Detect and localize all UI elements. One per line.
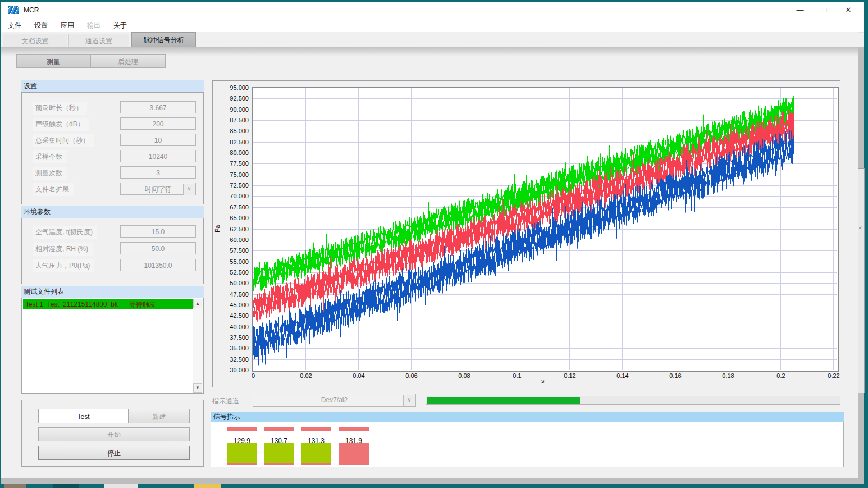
field-label-空气温度, t(摄氏度): 空气温度, t(摄氏度) — [33, 226, 97, 239]
window-title: MCR — [24, 6, 39, 14]
environment-group-body: 空气温度, t(摄氏度)15.0相对湿度, RH (%)50.0大气压力，P0(… — [21, 218, 204, 284]
field-input-预录时长（秒）: 3.667 — [120, 101, 196, 113]
environment-group: 环境参数 空气温度, t(摄氏度)15.0相对湿度, RH (%)50.0大气压… — [21, 206, 204, 284]
indicator-channel-label: 指示通道 — [212, 396, 239, 406]
y-tick-label: 72.500 — [215, 182, 249, 189]
menu-item-输出: 输出 — [81, 19, 107, 32]
tab-脉冲信号分析[interactable]: 脉冲信号分析 — [131, 32, 196, 47]
field-input-总采集时间（秒）: 10 — [120, 134, 196, 146]
y-tick-label: 32.500 — [215, 356, 249, 363]
y-tick-label: 95.000 — [215, 84, 249, 91]
chevron-left-icon: < — [859, 225, 862, 231]
new-button: 新建 — [129, 409, 190, 423]
signal-channel-3: 131.3 — [301, 422, 331, 468]
maximize-button: □ — [812, 2, 837, 19]
acquisition-progress-bar — [426, 396, 840, 405]
desktop-icon-fragment — [104, 484, 138, 488]
signal-channel-2: 130.7 — [264, 422, 294, 468]
settings-group: 设置 预录时长（秒）3.667声级触发（dB）200总采集时间（秒）10采样个数… — [21, 80, 204, 204]
x-tick-label: 0.02 — [292, 372, 320, 379]
plot-area — [252, 87, 839, 372]
measure-mode-button[interactable]: 测量 — [16, 54, 90, 68]
channel-level-value: 130.7 — [259, 437, 299, 445]
menu-item-文件[interactable]: 文件 — [2, 19, 28, 32]
y-tick-label: 65.000 — [215, 215, 249, 221]
desktop-icon-fragment — [194, 484, 221, 488]
list-scrollbar[interactable]: ▲ ▼ — [193, 299, 203, 393]
side-panel-handle[interactable]: < — [858, 168, 865, 393]
desktop-icon-fragment — [53, 484, 79, 488]
field-label-测量次数: 测量次数 — [33, 167, 67, 180]
y-tick-label: 57.500 — [215, 247, 249, 254]
x-axis-label: s — [541, 377, 545, 384]
y-tick-label: 35.000 — [215, 345, 249, 352]
y-tick-label: 37.500 — [215, 334, 249, 341]
tab-文档设置: 文档设置 — [3, 34, 67, 47]
channel-level-value: 129.9 — [222, 437, 262, 445]
x-tick-label: 0.22 — [820, 372, 848, 379]
signal-panel-title: 信号指示 — [211, 412, 844, 422]
y-tick-label: 60.000 — [215, 236, 249, 243]
file-list-group: 测试文件列表 Test 1_Test_211215114800_blt等待触发 … — [21, 286, 204, 394]
test-file-name: Test 1_Test_211215114800_blt — [25, 300, 118, 308]
channel-peak-bar — [339, 427, 369, 431]
y-tick-label: 75.000 — [215, 171, 249, 178]
channel-level-block — [339, 443, 369, 465]
field-input-文件名扩展: 时间字符∨ — [120, 183, 196, 195]
file-list-group-title: 测试文件列表 — [21, 286, 204, 298]
channel-level-value: 131.9 — [334, 437, 373, 445]
x-tick-label: 0 — [239, 372, 267, 379]
channel-peak-bar — [227, 427, 257, 431]
test-name-input[interactable]: Test — [38, 409, 129, 423]
menu-item-应用[interactable]: 应用 — [54, 19, 80, 32]
signal-channel-4: 131.9 — [339, 422, 369, 468]
test-file-list: Test 1_Test_211215114800_blt等待触发 ▲ ▼ — [21, 298, 204, 394]
y-tick-label: 82.500 — [215, 139, 249, 145]
indicator-channel-value: Dev7/ai2 — [321, 396, 348, 404]
tab-strip: 文档设置通道设置脉冲信号分析 — [1, 32, 858, 47]
y-tick-label: 52.500 — [215, 269, 249, 276]
channel-peak-bar — [264, 427, 294, 431]
field-input-空气温度, t(摄氏度): 15.0 — [120, 225, 196, 238]
tab-通道设置: 通道设置 — [68, 34, 129, 47]
scroll-up-arrow-icon[interactable]: ▲ — [193, 299, 202, 308]
x-tick-label: 0.16 — [661, 372, 689, 379]
field-input-相对湿度, RH (%): 50.0 — [120, 242, 196, 254]
field-label-相对湿度, RH (%): 相对湿度, RH (%) — [33, 243, 93, 256]
menu-item-设置[interactable]: 设置 — [28, 19, 54, 32]
channel-level-block — [264, 443, 294, 465]
list-item[interactable]: Test 1_Test_211215114800_blt等待触发 — [23, 299, 193, 309]
field-label-大气压力，P0(Pa): 大气压力，P0(Pa) — [33, 259, 94, 272]
progress-fill — [427, 397, 580, 404]
close-button[interactable]: ✕ — [836, 2, 861, 19]
minimize-button[interactable]: — — [788, 2, 812, 19]
field-label-总采集时间（秒）: 总采集时间（秒） — [33, 134, 94, 147]
y-tick-label: 40.000 — [215, 323, 249, 330]
channel-peak-bar — [301, 427, 331, 431]
menu-item-关于[interactable]: 关于 — [107, 19, 133, 32]
window-bottom-frame — [1, 478, 864, 484]
channel-level-block — [227, 443, 257, 465]
y-tick-label: 62.500 — [215, 226, 249, 232]
menu-bar: 文件设置应用输出关于 — [1, 19, 864, 33]
signal-panel: 129.9130.7131.3131.9 — [211, 422, 844, 467]
scroll-down-arrow-icon[interactable]: ▼ — [193, 383, 202, 393]
screen: MCR — □ ✕ 文件设置应用输出关于 文档设置通道设置脉冲信号分析 测量 后… — [0, 0, 868, 488]
run-controls-group: Test 新建 开始 停止 — [21, 400, 204, 467]
field-input-声级触发（dB）: 200 — [120, 117, 196, 130]
field-input-采样个数: 10240 — [120, 150, 196, 162]
field-input-大气压力，P0(Pa): 101350.0 — [120, 259, 196, 271]
field-label-声级触发（dB）: 声级触发（dB） — [33, 118, 89, 131]
channel-level-fill — [301, 443, 331, 463]
settings-group-title: 设置 — [21, 80, 204, 92]
y-tick-label: 55.000 — [215, 258, 249, 265]
channel-level-fill — [227, 443, 257, 463]
chart-panel: Pa s 95.00092.50090.00087.50085.00082.50… — [212, 80, 840, 387]
y-tick-label: 67.500 — [215, 204, 249, 211]
signal-channel-1: 129.9 — [227, 422, 257, 468]
x-tick-label: 0.14 — [609, 372, 637, 379]
channel-level-block — [301, 443, 331, 465]
field-label-采样个数: 采样个数 — [33, 150, 67, 163]
stop-button[interactable]: 停止 — [38, 446, 190, 460]
x-tick-label: 0.2 — [767, 372, 795, 379]
